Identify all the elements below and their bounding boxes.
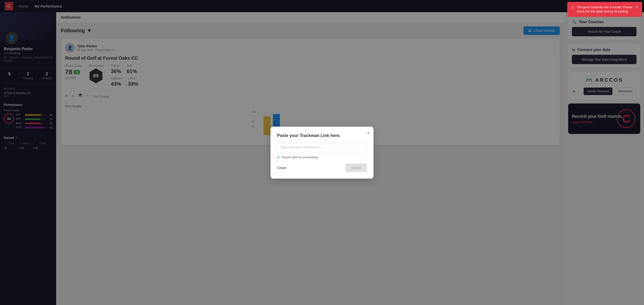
modal-submit-button[interactable]: Submit	[346, 164, 367, 172]
modal-title: Paste your Trackman Link here.	[277, 133, 367, 138]
success-icon: ✔	[277, 155, 280, 160]
modal-close-button[interactable]: Close	[277, 166, 286, 170]
toast-close-button[interactable]: ×	[635, 5, 638, 9]
modal-success-message: ✔ Report sent for processing	[277, 155, 367, 160]
trackman-link-input[interactable]	[277, 142, 367, 152]
error-toast: ⚠ The given trackman link is invalid. Pl…	[567, 2, 642, 17]
trackman-modal: × Paste your Trackman Link here. ✔ Repor…	[270, 127, 374, 178]
success-text: Report sent for processing	[282, 156, 318, 159]
modal-close-icon[interactable]: ×	[367, 130, 370, 136]
warning-icon: ⚠	[572, 5, 574, 9]
modal-footer: Close Submit	[277, 164, 367, 172]
error-message: The given trackman link is invalid. Plea…	[576, 5, 633, 14]
modal-overlay: × Paste your Trackman Link here. ✔ Repor…	[0, 0, 644, 305]
